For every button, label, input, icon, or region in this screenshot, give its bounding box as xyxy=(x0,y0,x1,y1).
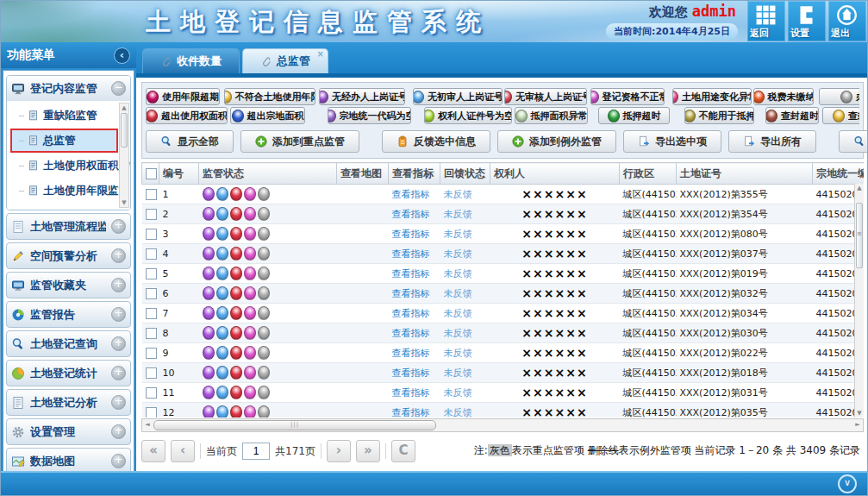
view-indicator-link[interactable]: 查看指标 xyxy=(392,268,430,279)
submenu-scrollbar[interactable]: ▲▼ xyxy=(119,103,129,208)
scroll-up-icon[interactable]: ▲ xyxy=(120,104,128,112)
feedback-status-link[interactable]: 未反馈 xyxy=(444,288,472,299)
view-indicator-link[interactable]: 查看指标 xyxy=(392,367,430,379)
refresh-button[interactable]: C xyxy=(391,440,415,462)
legend-chip-查封已[interactable]: 查封已 xyxy=(822,107,859,124)
view-indicator-link[interactable]: 查看指标 xyxy=(392,407,430,418)
sidebar-item-重缺陷监管[interactable]: 重缺陷监管 xyxy=(10,104,118,128)
view-indicator-link[interactable]: 查看指标 xyxy=(392,248,430,260)
sidebar-item-土地使用年限监管[interactable]: 土地使用年限监管 xyxy=(10,179,118,203)
expand-plus-icon[interactable]: + xyxy=(111,278,126,292)
row-checkbox[interactable] xyxy=(146,248,157,260)
tab-总监管[interactable]: 总监管× xyxy=(242,48,328,73)
row-checkbox[interactable] xyxy=(146,308,157,319)
next-page-button[interactable]: › xyxy=(327,440,351,462)
collapse-minus-icon[interactable]: − xyxy=(111,81,126,96)
header-button-返回[interactable]: 返回 xyxy=(747,1,785,41)
page-number-input[interactable] xyxy=(242,443,270,460)
scroll-down-icon[interactable]: ▼ xyxy=(855,409,864,418)
scroll-right-icon[interactable]: ► xyxy=(852,419,863,431)
feedback-status-link[interactable]: 未反馈 xyxy=(444,229,472,240)
feedback-status-link[interactable]: 未反馈 xyxy=(444,387,472,399)
legend-chip-超出使用权面积[interactable]: 超出使用权面积 xyxy=(146,107,228,124)
feedback-status-link[interactable]: 未反馈 xyxy=(444,367,472,379)
horizontal-scroll-thumb[interactable]: ||| xyxy=(153,420,436,430)
tab-close-icon[interactable]: × xyxy=(317,49,324,60)
sidebar-group-数据地图[interactable]: 数据地图+ xyxy=(6,448,131,473)
legend-chip-办理[interactable]: 办理 xyxy=(819,88,859,105)
expand-plus-icon[interactable]: + xyxy=(111,307,126,322)
view-indicator-link[interactable]: 查看指标 xyxy=(392,288,430,299)
sidebar-group-登记内容监管[interactable]: 登记内容监管− xyxy=(7,76,130,101)
legend-chip-查封超时[interactable]: 查封超时 xyxy=(765,107,819,124)
sidebar-group-土地登记查询[interactable]: 土地登记查询+ xyxy=(6,330,131,357)
scroll-down-icon[interactable]: ▼ xyxy=(120,198,128,207)
scroll-up-icon[interactable]: ▲ xyxy=(855,184,864,192)
header-button-退出[interactable]: 退出 xyxy=(828,1,866,41)
header-button-设置[interactable]: 设置 xyxy=(788,1,826,41)
sidebar-item-土地登记资格监管[interactable]: 土地登记资格监管 xyxy=(10,204,118,210)
last-page-button[interactable]: » xyxy=(356,440,380,462)
view-indicator-link[interactable]: 查看指标 xyxy=(392,189,430,200)
feedback-status-link[interactable]: 未反馈 xyxy=(444,268,472,279)
view-indicator-link[interactable]: 查看指标 xyxy=(392,328,430,339)
row-checkbox[interactable] xyxy=(146,209,157,220)
scroll-thumb[interactable] xyxy=(121,113,128,148)
legend-chip-登记资格不正常[interactable]: 登记资格不正常 xyxy=(590,88,665,105)
view-indicator-link[interactable]: 查看指标 xyxy=(392,209,430,220)
row-checkbox[interactable] xyxy=(146,407,157,418)
vertical-scroll-thumb[interactable]: ≡ xyxy=(856,203,863,268)
sidebar-group-空间预警分析[interactable]: 空间预警分析+ xyxy=(6,242,131,269)
legend-chip-超出宗地面积[interactable]: 超出宗地面积 xyxy=(230,107,305,124)
toolbar-button-反馈选中信息[interactable]: 反馈选中信息 xyxy=(382,130,490,153)
scroll-left-icon[interactable]: ◄ xyxy=(142,419,153,431)
expand-plus-icon[interactable]: + xyxy=(111,219,126,234)
collapse-down-icon[interactable]: ∨ xyxy=(838,474,857,493)
toolbar-button-导出选中项[interactable]: 导出选中项 xyxy=(623,130,721,153)
legend-chip-税费未缴纳[interactable]: 税费未缴纳 xyxy=(753,88,814,105)
toolbar-button-显示全部[interactable]: 显示全部 xyxy=(146,130,234,153)
view-indicator-link[interactable]: 查看指标 xyxy=(392,348,430,359)
row-checkbox[interactable] xyxy=(146,189,157,200)
sidebar-group-设置管理[interactable]: 设置管理+ xyxy=(6,418,131,445)
feedback-status-link[interactable]: 未反馈 xyxy=(444,328,472,339)
feedback-status-link[interactable]: 未反馈 xyxy=(444,209,472,220)
legend-chip-抵押面积异常[interactable]: 抵押面积异常 xyxy=(515,107,588,124)
tab-收件数量[interactable]: 收件数量 xyxy=(142,48,240,73)
feedback-status-link[interactable]: 未反馈 xyxy=(444,189,472,200)
row-checkbox[interactable] xyxy=(146,348,157,359)
toolbar-button-查询[interactable]: 查询 xyxy=(839,130,868,153)
legend-chip-不符合土地使用年限[interactable]: 不符合土地使用年限 xyxy=(224,88,315,105)
legend-chip-无初审人上岗证号[interactable]: 无初审人上岗证号 xyxy=(413,88,503,105)
feedback-status-link[interactable]: 未反馈 xyxy=(444,308,472,319)
first-page-button[interactable]: « xyxy=(141,440,165,462)
legend-chip-不能用于抵押[interactable]: 不能用于抵押 xyxy=(684,107,754,124)
toolbar-button-导出所有[interactable]: 导出所有 xyxy=(728,130,816,153)
feedback-status-link[interactable]: 未反馈 xyxy=(444,248,472,260)
sidebar-group-土地管理流程监管[interactable]: 土地管理流程监管+ xyxy=(6,213,131,240)
row-checkbox[interactable] xyxy=(146,288,157,299)
feedback-status-link[interactable]: 未反馈 xyxy=(444,348,472,359)
row-checkbox[interactable] xyxy=(146,367,157,379)
view-indicator-link[interactable]: 查看指标 xyxy=(392,308,430,319)
sidebar-group-土地登记分析[interactable]: 土地登记分析+ xyxy=(6,389,131,416)
sidebar-group-监管收藏夹[interactable]: 监管收藏夹+ xyxy=(6,272,131,298)
sidebar-collapse-button[interactable]: ‹ xyxy=(114,47,130,64)
legend-chip-权利人证件号为空[interactable]: 权利人证件号为空 xyxy=(424,107,512,124)
row-checkbox[interactable] xyxy=(146,229,157,240)
row-checkbox[interactable] xyxy=(146,387,157,399)
toolbar-button-添加到重点监管[interactable]: 添加到重点监管 xyxy=(240,130,359,153)
view-indicator-link[interactable]: 查看指标 xyxy=(392,387,430,399)
expand-plus-icon[interactable]: + xyxy=(111,395,126,410)
row-checkbox[interactable] xyxy=(146,268,157,279)
toolbar-button-添加到例外监管[interactable]: 添加到例外监管 xyxy=(497,130,616,153)
legend-chip-土地用途变化异常[interactable]: 土地用途变化异常 xyxy=(672,88,752,105)
view-indicator-link[interactable]: 查看指标 xyxy=(392,229,430,240)
sidebar-item-总监管[interactable]: 总监管 xyxy=(10,129,118,153)
legend-chip-使用年限超期[interactable]: 使用年限超期 xyxy=(146,88,220,105)
sidebar-item-土地使用权面积监管[interactable]: 土地使用权面积监管 xyxy=(10,154,118,178)
expand-plus-icon[interactable]: + xyxy=(111,454,126,468)
horizontal-scrollbar[interactable]: ◄ ||| ► xyxy=(141,418,864,432)
expand-plus-icon[interactable]: + xyxy=(111,248,126,263)
feedback-status-link[interactable]: 未反馈 xyxy=(444,407,472,418)
